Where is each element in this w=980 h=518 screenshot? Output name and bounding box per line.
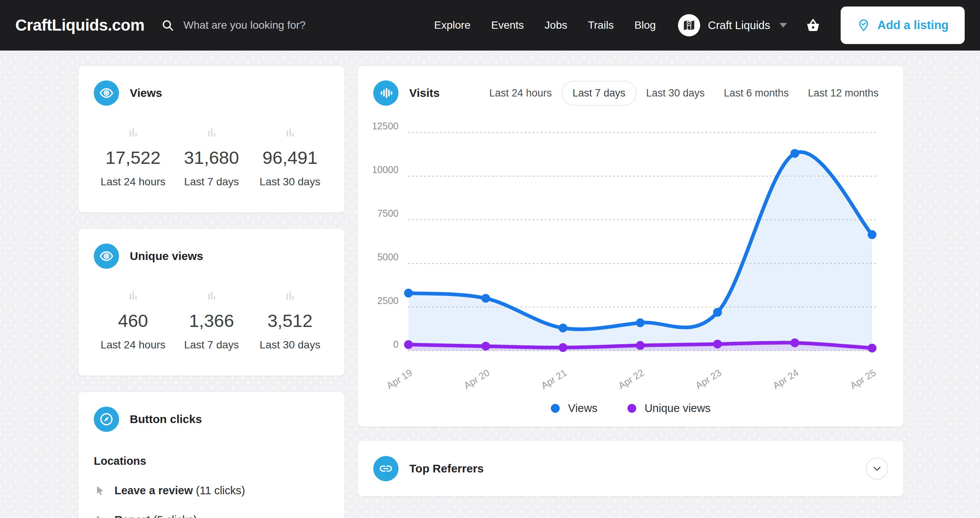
button-clicks-card-header: Button clicks xyxy=(94,407,329,432)
stat-label: Last 7 days xyxy=(172,176,251,188)
unique-views-legend-dot-icon xyxy=(627,404,636,413)
stat-value: 460 xyxy=(94,310,172,331)
top-referrers-title: Top Referrers xyxy=(409,462,484,475)
stat-label: Last 7 days xyxy=(172,339,251,351)
top-referrers-card: Top Referrers xyxy=(358,441,903,496)
click-label: Report xyxy=(114,514,150,518)
stat-views-7d: 31,680 Last 7 days xyxy=(172,126,251,188)
svg-text:Apr 21: Apr 21 xyxy=(539,367,568,391)
nav-link-trails[interactable]: Trails xyxy=(588,19,614,31)
visits-chart: 02500500075001000012500Apr 19Apr 20Apr 2… xyxy=(373,116,888,396)
stat-unique-24h: 460 Last 24 hours xyxy=(94,289,172,351)
stat-value: 31,680 xyxy=(172,147,251,168)
stat-value: 96,491 xyxy=(251,147,329,168)
expand-top-referrers-button[interactable] xyxy=(866,458,888,480)
stat-value: 17,522 xyxy=(94,147,172,168)
unique-views-card-header: Unique views xyxy=(94,243,329,269)
bar-chart-icon xyxy=(284,126,296,139)
views-card-header: Views xyxy=(94,80,329,106)
stat-unique-30d: 3,512 Last 30 days xyxy=(251,289,329,351)
compass-icon xyxy=(94,407,119,432)
click-row-report: Report (5 clicks) xyxy=(94,514,329,518)
nav-link-blog[interactable]: Blog xyxy=(634,19,656,31)
site-logo[interactable]: CraftLiquids.com xyxy=(15,16,144,34)
unique-views-card-title: Unique views xyxy=(130,250,203,263)
nav-link-events[interactable]: Events xyxy=(491,19,524,31)
stat-unique-7d: 1,366 Last 7 days xyxy=(172,289,251,351)
tab-last-30-days[interactable]: Last 30 days xyxy=(637,87,714,99)
tab-last-24-hours[interactable]: Last 24 hours xyxy=(480,87,562,99)
stats-column: Views 17,522 Last 24 hours 31,680 Last 7… xyxy=(78,66,345,518)
stat-views-24h: 17,522 Last 24 hours xyxy=(94,126,172,188)
avatar xyxy=(678,14,700,36)
top-navbar: CraftLiquids.com Explore Events Jobs Tra… xyxy=(0,0,980,51)
legend-label: Unique views xyxy=(645,402,710,415)
stat-views-30d: 96,491 Last 30 days xyxy=(251,126,329,188)
bar-chart-icon xyxy=(206,126,218,139)
nav-link-explore[interactable]: Explore xyxy=(434,19,470,31)
stat-label: Last 30 days xyxy=(251,339,329,351)
legend-item-views[interactable]: Views xyxy=(551,402,598,415)
basket-button[interactable] xyxy=(805,17,822,34)
account-menu[interactable]: Craft Liquids xyxy=(678,14,787,36)
legend-item-unique-views[interactable]: Unique views xyxy=(627,402,710,415)
views-card-title: Views xyxy=(130,87,162,100)
cursor-icon xyxy=(94,485,106,497)
eye-icon xyxy=(94,243,119,269)
bar-chart-icon xyxy=(127,289,139,302)
eye-icon xyxy=(94,80,119,106)
chevron-down-icon xyxy=(779,23,787,28)
unique-views-card: Unique views 460 Last 24 hours 1,366 Las… xyxy=(78,229,345,376)
svg-text:10000: 10000 xyxy=(373,164,399,175)
svg-text:Apr 19: Apr 19 xyxy=(384,367,414,391)
svg-text:Apr 22: Apr 22 xyxy=(616,367,646,391)
views-card: Views 17,522 Last 24 hours 31,680 Last 7… xyxy=(78,66,345,212)
stat-value: 3,512 xyxy=(251,310,329,331)
cursor-icon xyxy=(94,514,106,518)
map-avatar-icon xyxy=(682,18,696,32)
visits-card-header: Visits Last 24 hours Last 7 days Last 30… xyxy=(373,80,888,106)
click-count: (5 clicks) xyxy=(154,514,197,518)
visits-card: Visits Last 24 hours Last 7 days Last 30… xyxy=(358,66,903,426)
equalizer-icon xyxy=(373,80,399,106)
tab-last-7-days[interactable]: Last 7 days xyxy=(562,81,637,106)
svg-text:0: 0 xyxy=(393,339,399,350)
tab-last-6-months[interactable]: Last 6 months xyxy=(714,87,799,99)
search-icon xyxy=(161,19,174,32)
primary-nav: Explore Events Jobs Trails Blog xyxy=(434,19,656,31)
pin-check-icon xyxy=(857,18,871,32)
click-label: Leave a review xyxy=(114,484,193,497)
stat-label: Last 24 hours xyxy=(94,339,172,351)
charts-column: Visits Last 24 hours Last 7 days Last 30… xyxy=(358,66,903,496)
button-clicks-card-title: Button clicks xyxy=(130,413,202,426)
search-bar xyxy=(161,19,363,32)
link-icon xyxy=(373,456,399,481)
search-input[interactable] xyxy=(183,19,363,31)
svg-text:Apr 24: Apr 24 xyxy=(771,367,800,391)
time-range-tabs: Last 24 hours Last 7 days Last 30 days L… xyxy=(480,81,888,106)
bar-chart-icon xyxy=(284,289,296,302)
click-row-leave-a-review: Leave a review (11 clicks) xyxy=(94,484,329,497)
stat-value: 1,366 xyxy=(172,310,251,331)
locations-heading: Locations xyxy=(94,455,329,467)
chevron-down-icon xyxy=(872,464,882,474)
nav-link-jobs[interactable]: Jobs xyxy=(545,19,567,31)
visits-card-title: Visits xyxy=(409,87,440,100)
add-listing-button[interactable]: Add a listing xyxy=(841,7,965,44)
svg-text:5000: 5000 xyxy=(377,252,399,262)
unique-views-stats: 460 Last 24 hours 1,366 Last 7 days 3,51… xyxy=(94,289,329,351)
bar-chart-icon xyxy=(206,289,218,302)
basket-icon xyxy=(805,17,822,34)
views-stats: 17,522 Last 24 hours 31,680 Last 7 days … xyxy=(94,126,329,188)
account-name: Craft Liquids xyxy=(708,19,770,32)
svg-text:7500: 7500 xyxy=(377,208,399,219)
svg-text:12500: 12500 xyxy=(373,121,399,131)
chart-legend: Views Unique views xyxy=(373,400,888,417)
svg-text:Apr 23: Apr 23 xyxy=(694,367,723,391)
views-legend-dot-icon xyxy=(551,404,560,413)
bar-chart-icon xyxy=(127,126,139,139)
tab-last-12-months[interactable]: Last 12 months xyxy=(798,87,888,99)
svg-text:Apr 20: Apr 20 xyxy=(462,367,491,391)
svg-text:2500: 2500 xyxy=(377,295,399,306)
dashboard-content: Views 17,522 Last 24 hours 31,680 Last 7… xyxy=(0,51,980,518)
